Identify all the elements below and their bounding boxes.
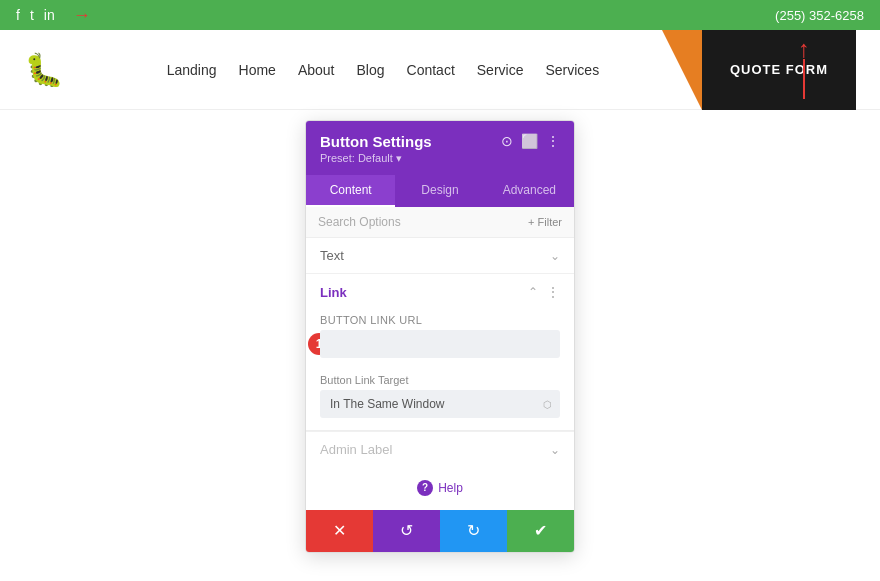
nav-bar: 🐛 Landing Home About Blog Contact Servic…	[0, 30, 880, 110]
nav-contact[interactable]: Contact	[407, 62, 455, 78]
quote-form-button[interactable]: QUOTE FORM	[702, 30, 856, 110]
more-options-icon[interactable]: ⋮	[546, 133, 560, 149]
cancel-button[interactable]: ✕	[306, 510, 373, 552]
undo-button[interactable]: ↺	[373, 510, 440, 552]
twitter-icon[interactable]: t	[30, 7, 34, 23]
nav-blog[interactable]: Blog	[357, 62, 385, 78]
button-settings-panel: Button Settings Preset: Default ▾ ⊙ ⬜ ⋮ …	[305, 120, 575, 553]
help-icon: ?	[417, 480, 433, 496]
help-row: ? Help	[306, 467, 574, 510]
search-row: Search Options + Filter	[306, 207, 574, 238]
expand-icon[interactable]: ⬜	[521, 133, 538, 149]
red-arrow-right: →	[73, 5, 91, 26]
button-link-target-select[interactable]: In The Same Window In New Window	[320, 390, 560, 418]
text-section-row[interactable]: Text ⌄	[306, 238, 574, 274]
nav-landing[interactable]: Landing	[167, 62, 217, 78]
nav-about[interactable]: About	[298, 62, 335, 78]
link-chevron-icon[interactable]: ⌃	[528, 285, 538, 299]
confirm-button[interactable]: ✔	[507, 510, 574, 552]
linkedin-icon[interactable]: in	[44, 7, 55, 23]
quote-button-wrap: QUOTE FORM	[702, 30, 856, 110]
panel-header-icons: ⊙ ⬜ ⋮	[501, 133, 560, 149]
button-link-target-group: Button Link Target In The Same Window In…	[306, 370, 574, 430]
admin-label-row[interactable]: Admin Label ⌄	[306, 431, 574, 467]
panel-header: Button Settings Preset: Default ▾ ⊙ ⬜ ⋮	[306, 121, 574, 175]
triangle-decoration	[662, 30, 702, 110]
top-bar: f t in → (255) 352-6258	[0, 0, 880, 30]
tab-content[interactable]: Content	[306, 175, 395, 207]
panel-title: Button Settings	[320, 133, 432, 150]
logo: 🐛	[24, 51, 64, 89]
panel-header-left: Button Settings Preset: Default ▾	[320, 133, 432, 165]
main-area: Button Settings Preset: Default ▾ ⊙ ⬜ ⋮ …	[0, 110, 880, 581]
link-icons: ⌃ ⋮	[528, 284, 560, 300]
redo-button[interactable]: ↻	[440, 510, 507, 552]
panel-preset[interactable]: Preset: Default ▾	[320, 152, 432, 165]
help-button[interactable]: ? Help	[417, 480, 463, 496]
link-section-title[interactable]: Link	[320, 285, 347, 300]
input-row: 1	[320, 330, 560, 358]
nav-service[interactable]: Service	[477, 62, 524, 78]
panel-tabs: Content Design Advanced	[306, 175, 574, 207]
link-section: Link ⌃ ⋮ Button Link URL 1 Button Link T…	[306, 274, 574, 431]
text-chevron-icon: ⌄	[550, 249, 560, 263]
settings-circle-icon[interactable]: ⊙	[501, 133, 513, 149]
nav-links: Landing Home About Blog Contact Service …	[167, 62, 599, 78]
button-link-url-label: Button Link URL	[320, 314, 560, 326]
admin-label-text: Admin Label	[320, 442, 392, 457]
button-link-url-group: Button Link URL 1	[306, 310, 574, 370]
action-bar: ✕ ↺ ↻ ✔	[306, 510, 574, 552]
nav-services[interactable]: Services	[545, 62, 599, 78]
button-link-target-label: Button Link Target	[320, 374, 560, 386]
filter-button[interactable]: + Filter	[528, 216, 562, 228]
tab-advanced[interactable]: Advanced	[485, 175, 574, 207]
red-arrow-up	[798, 35, 810, 99]
target-select-wrap: In The Same Window In New Window	[320, 390, 560, 418]
phone-number: (255) 352-6258	[775, 8, 864, 23]
link-more-icon[interactable]: ⋮	[546, 284, 560, 300]
link-header: Link ⌃ ⋮	[306, 274, 574, 310]
text-section-label: Text	[320, 248, 344, 263]
nav-home[interactable]: Home	[239, 62, 276, 78]
button-link-url-input[interactable]	[320, 330, 560, 358]
facebook-icon[interactable]: f	[16, 7, 20, 23]
admin-chevron-icon: ⌄	[550, 443, 560, 457]
search-placeholder: Search Options	[318, 215, 401, 229]
help-label: Help	[438, 481, 463, 495]
top-bar-left: f t in →	[16, 5, 91, 26]
tab-design[interactable]: Design	[395, 175, 484, 207]
